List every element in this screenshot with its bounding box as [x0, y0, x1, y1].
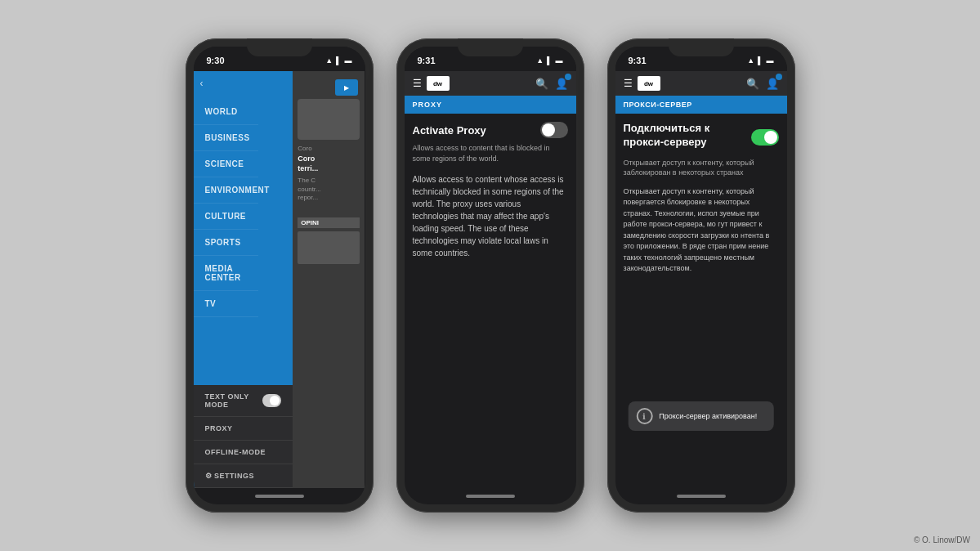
- dw-brand-logo: dw: [427, 76, 450, 91]
- credit-text: © O. Linow/DW: [914, 535, 970, 544]
- activate-proxy-title: Activate Proxy: [413, 124, 486, 137]
- play-button[interactable]: [335, 79, 358, 96]
- back-arrow-icon: ‹: [200, 78, 204, 89]
- home-bar-2: [405, 488, 576, 504]
- dw-brand-logo-3: dw: [638, 76, 660, 91]
- main-layout-1: ‹ WORLD BUSINESS SCIENCE ENVIRONMENT CUL…: [194, 71, 365, 488]
- user-icon-wrap-3[interactable]: 👤: [766, 76, 779, 91]
- proxy-toggle[interactable]: [540, 122, 568, 138]
- status-icons-1: ▲ ▌ ▬: [325, 56, 351, 65]
- notch-1: [247, 38, 312, 56]
- hamburger-icon[interactable]: ☰: [413, 78, 422, 89]
- sidebar-item-mediacenter[interactable]: MEDIA CENTER: [194, 256, 258, 291]
- settings-item[interactable]: ⚙ SETTINGS: [194, 464, 293, 488]
- status-time-3: 9:31: [629, 56, 647, 65]
- user-icon-wrap-2[interactable]: 👤: [555, 76, 568, 91]
- sidebar-menu: WORLD BUSINESS SCIENCE ENVIRONMENT CULTU…: [194, 92, 258, 385]
- search-icon-3[interactable]: 🔍: [746, 78, 759, 90]
- sidebar-item-culture[interactable]: CULTURE: [194, 204, 258, 230]
- sidebar-item-sports[interactable]: SPORTS: [194, 230, 258, 256]
- opinion-label: OPINI: [298, 217, 360, 228]
- nav-back[interactable]: ‹: [194, 71, 293, 92]
- connect-proxy-row: Подключиться к прокси-серверу: [624, 122, 779, 153]
- notch-2: [458, 38, 523, 56]
- info-icon-symbol: ℹ: [642, 412, 646, 421]
- status-icons-2: ▲ ▌ ▬: [536, 56, 562, 65]
- proxy-label: PROXY: [205, 424, 233, 432]
- signal-icon-2: ▌: [547, 56, 552, 65]
- header-icons-2: 🔍 👤: [535, 76, 568, 91]
- status-time-2: 9:31: [418, 56, 436, 65]
- signal-icon: ▌: [336, 56, 341, 65]
- sidebar-item-environment[interactable]: ENVIRONMENT: [194, 177, 258, 204]
- battery-icon: ▬: [345, 56, 352, 65]
- dw-logo-3: ☰ dw: [624, 76, 660, 91]
- settings-label: ⚙ SETTINGS: [205, 472, 255, 480]
- news-tag: Coro: [298, 145, 360, 152]
- home-indicator-3: [677, 495, 726, 498]
- proxy-toggle-ru[interactable]: [751, 129, 779, 146]
- opinion-image: [298, 231, 360, 264]
- phone-3: 9:31 ▲ ▌ ▬ ☰ dw 🔍 👤: [607, 38, 795, 513]
- sidebar-item-tv[interactable]: TV: [194, 291, 258, 317]
- text-only-mode-label: TEXT ONLY MODE: [205, 392, 263, 409]
- dw-header-2: ☰ dw 🔍 👤: [405, 71, 576, 96]
- search-icon-2[interactable]: 🔍: [535, 78, 548, 90]
- user-badge-3: [776, 74, 782, 80]
- offline-mode-item[interactable]: OFFLINE-MODE: [194, 441, 293, 464]
- text-only-mode-item[interactable]: TEXT ONLY MODE: [194, 385, 293, 417]
- battery-icon-2: ▬: [556, 56, 563, 65]
- offline-mode-label: OFFLINE-MODE: [205, 448, 266, 456]
- tooltip-text: Прокси-сервер активирован!: [659, 412, 757, 420]
- sidebar-item-business[interactable]: BUSINESS: [194, 125, 258, 151]
- sidebar-panel: ‹ WORLD BUSINESS SCIENCE ENVIRONMENT CUL…: [194, 71, 293, 488]
- wifi-icon-3: ▲: [747, 56, 754, 65]
- opinion-section: OPINI: [293, 208, 365, 267]
- home-indicator-2: [466, 495, 515, 498]
- sidebar-item-world[interactable]: WORLD: [194, 99, 258, 125]
- right-content-top: Coro Coroterri... The Ccountr...repor...: [293, 71, 365, 208]
- proxy-tab-ru-label: ПРОКСИ-СЕРВЕР: [615, 96, 787, 114]
- right-news-panel: Coro Coroterri... The Ccountr...repor...…: [293, 71, 365, 488]
- sidebar-item-science[interactable]: SCIENCE: [194, 151, 258, 177]
- signal-icon-3: ▌: [758, 56, 763, 65]
- proxy-subtitle: Allows access to content that is blocked…: [413, 143, 568, 164]
- news-title: Coroterri...: [298, 155, 360, 173]
- proxy-item[interactable]: PROXY: [194, 417, 293, 441]
- proxy-tab-label: PROXY: [405, 96, 576, 114]
- home-bar-1: [194, 488, 365, 504]
- body-text-ru: Открывает доступ к контенту, который пов…: [624, 186, 779, 275]
- connect-title: Подключиться к прокси-серверу: [624, 122, 751, 150]
- hamburger-icon-3[interactable]: ☰: [624, 78, 633, 89]
- activate-proxy-row: Activate Proxy: [413, 122, 568, 138]
- proxy-description: Allows access to content whose access is…: [413, 173, 568, 259]
- text-only-toggle[interactable]: [262, 394, 281, 407]
- battery-icon-3: ▬: [767, 56, 774, 65]
- wifi-icon: ▲: [325, 56, 333, 65]
- home-indicator-1: [255, 495, 304, 498]
- dw-header-3: ☰ dw 🔍 👤: [615, 71, 787, 96]
- phone-2: 9:31 ▲ ▌ ▬ ☰ dw 🔍 👤: [396, 38, 584, 513]
- dw-logo-2: ☰ dw: [413, 76, 450, 91]
- news-desc: The Ccountr...repor...: [298, 177, 360, 202]
- status-icons-3: ▲ ▌ ▬: [747, 56, 773, 65]
- status-time-1: 9:30: [207, 56, 225, 65]
- home-bar-3: [615, 488, 787, 504]
- wifi-icon-2: ▲: [536, 56, 544, 65]
- bottom-menu: TEXT ONLY MODE PROXY OFFLINE-MODE ⚙ SETT…: [194, 385, 293, 488]
- tooltip-overlay: ℹ Прокси-сервер активирован!: [628, 401, 774, 431]
- proxy-content: Activate Proxy Allows access to content …: [405, 114, 576, 488]
- connect-subtitle: Открывает доступ к контенту, который заб…: [624, 158, 779, 178]
- user-badge-2: [565, 74, 571, 80]
- header-icons-3: 🔍 👤: [746, 76, 779, 91]
- news-image: [298, 99, 360, 140]
- proxy-content-ru: Подключиться к прокси-серверу Открывает …: [615, 114, 787, 488]
- notch-3: [669, 38, 734, 56]
- info-icon: ℹ: [636, 408, 652, 424]
- phone-1: 9:30 ▲ ▌ ▬ ‹ WORLD BUSINESS SCI: [186, 38, 374, 513]
